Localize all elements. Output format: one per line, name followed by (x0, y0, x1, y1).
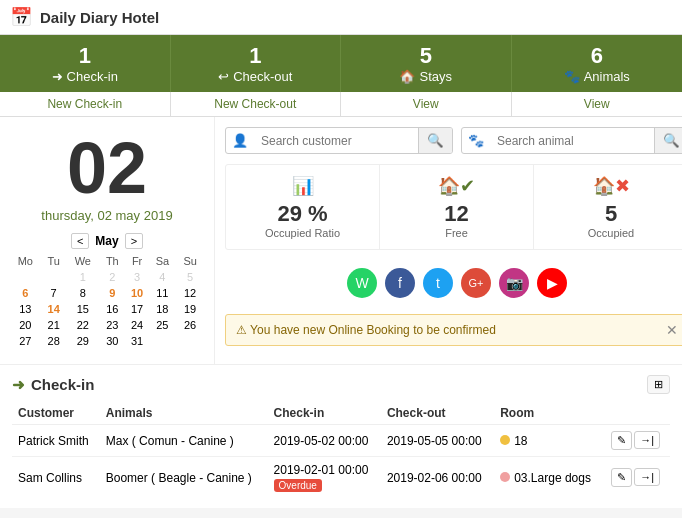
cal-day[interactable]: 3 (126, 269, 149, 285)
calendar-table: MoTuWeThFrSaSu 1234567891011121314151617… (10, 253, 204, 349)
cal-day (149, 333, 177, 349)
cal-day[interactable]: 10 (126, 285, 149, 301)
animal-search-input[interactable] (490, 129, 654, 153)
cal-day[interactable]: 23 (99, 317, 126, 333)
cal-day[interactable]: 18 (149, 301, 177, 317)
animals-count: 6 (591, 43, 603, 69)
checkin-label: ➜ Check-in (52, 69, 118, 84)
twitter-icon[interactable]: t (423, 268, 453, 298)
cal-day[interactable]: 11 (149, 285, 177, 301)
cal-day[interactable]: 31 (126, 333, 149, 349)
cal-day[interactable]: 2 (99, 269, 126, 285)
cal-day (41, 269, 67, 285)
cal-day[interactable]: 12 (176, 285, 204, 301)
cal-day[interactable]: 30 (99, 333, 126, 349)
stat-checkout[interactable]: 1 ↩ Check-out (171, 35, 342, 92)
subnav-new-checkout[interactable]: New Check-out (171, 92, 342, 116)
free-rooms-item: 🏠✔ 12 Free (380, 165, 534, 249)
cal-month-label: May (95, 234, 118, 248)
customer-search-box[interactable]: 👤 🔍 (225, 127, 453, 154)
cal-day[interactable]: 5 (176, 269, 204, 285)
cal-day[interactable]: 21 (41, 317, 67, 333)
customer-person-icon: 👤 (226, 133, 254, 148)
instagram-icon[interactable]: 📷 (499, 268, 529, 298)
stat-stays[interactable]: 5 🏠 Stays (341, 35, 512, 92)
room-color-dot (500, 472, 510, 482)
go-button[interactable]: →| (634, 468, 660, 486)
cal-day[interactable]: 20 (10, 317, 41, 333)
table-row: Patrick SmithMax ( Comun - Canine )2019-… (12, 425, 670, 457)
customer-search-button[interactable]: 🔍 (418, 128, 452, 153)
animal-icon: 🐾 (462, 133, 490, 148)
occupancy-stats-panel: 📊 29 % Occupied Ratio 🏠✔ 12 Free 🏠✖ 5 Oc… (225, 164, 682, 250)
youtube-icon[interactable]: ▶ (537, 268, 567, 298)
cal-day[interactable]: 8 (67, 285, 99, 301)
facebook-icon[interactable]: f (385, 268, 415, 298)
cal-day[interactable]: 29 (67, 333, 99, 349)
cal-header-fr: Fr (126, 253, 149, 269)
cal-day[interactable]: 22 (67, 317, 99, 333)
cal-day[interactable]: 17 (126, 301, 149, 317)
cal-day[interactable]: 16 (99, 301, 126, 317)
cal-header-th: Th (99, 253, 126, 269)
cal-next-button[interactable]: > (125, 233, 143, 249)
customer-search-input[interactable] (254, 129, 418, 153)
table-row: Sam CollinsBoomer ( Beagle - Canine )201… (12, 457, 670, 499)
cal-day[interactable]: 1 (67, 269, 99, 285)
go-button[interactable]: →| (634, 431, 660, 449)
checkin-expand-button[interactable]: ⊞ (647, 375, 670, 394)
cal-day[interactable]: 4 (149, 269, 177, 285)
occupied-rooms-label: Occupied (588, 227, 634, 239)
animal-search-button[interactable]: 🔍 (654, 128, 682, 153)
googleplus-icon[interactable]: G+ (461, 268, 491, 298)
cal-day[interactable]: 6 (10, 285, 41, 301)
cal-day[interactable]: 27 (10, 333, 41, 349)
cal-day[interactable]: 26 (176, 317, 204, 333)
day-label: thursday, 02 may 2019 (10, 208, 204, 223)
checkin-header: ➜ Check-in ⊞ (12, 375, 670, 394)
overdue-badge: Overdue (274, 479, 322, 492)
edit-button[interactable]: ✎ (611, 431, 632, 450)
cal-day[interactable]: 19 (176, 301, 204, 317)
free-rooms-value: 12 (444, 201, 468, 227)
cal-day[interactable]: 7 (41, 285, 67, 301)
col-animals: Animals (100, 402, 268, 425)
alert-text: ⚠ You have new Online Booking to be conf… (236, 323, 496, 337)
cell-animals: Max ( Comun - Canine ) (100, 425, 268, 457)
cal-header-sa: Sa (149, 253, 177, 269)
whatsapp-icon[interactable]: W (347, 268, 377, 298)
cal-day[interactable]: 13 (10, 301, 41, 317)
cal-day[interactable]: 14 (41, 301, 67, 317)
subnav-animals-view[interactable]: View (512, 92, 683, 116)
subnav-stays-view[interactable]: View (341, 92, 512, 116)
stays-house-icon: 🏠 (399, 69, 415, 84)
calendar-section: 02 thursday, 02 may 2019 < May > MoTuWeT… (0, 117, 215, 364)
stat-checkin[interactable]: 1 ➜ Check-in (0, 35, 171, 92)
stat-animals[interactable]: 6 🐾 Animals (512, 35, 683, 92)
bar-chart-icon: 📊 (292, 175, 314, 197)
cal-prev-button[interactable]: < (71, 233, 89, 249)
cell-checkout-date: 2019-02-06 00:00 (381, 457, 494, 499)
search-row: 👤 🔍 🐾 🔍 (225, 127, 682, 154)
animal-search-box[interactable]: 🐾 🔍 (461, 127, 682, 154)
cal-day[interactable]: 15 (67, 301, 99, 317)
occupied-ratio-label: Occupied Ratio (265, 227, 340, 239)
cal-day[interactable]: 25 (149, 317, 177, 333)
edit-button[interactable]: ✎ (611, 468, 632, 487)
col-checkout: Check-out (381, 402, 494, 425)
cal-day[interactable]: 28 (41, 333, 67, 349)
occupied-ratio-item: 📊 29 % Occupied Ratio (226, 165, 380, 249)
cell-room: 18 (494, 425, 603, 457)
cell-room: 03.Large dogs (494, 457, 603, 499)
cal-header-we: We (67, 253, 99, 269)
subnav-new-checkin[interactable]: New Check-in (0, 92, 171, 116)
cal-day[interactable]: 9 (99, 285, 126, 301)
alert-close-button[interactable]: ✕ (666, 322, 678, 338)
mini-calendar: < May > MoTuWeThFrSaSu 12345678910111213… (10, 233, 204, 349)
social-icons-row: W f t G+ 📷 ▶ (225, 260, 682, 306)
cal-week-row: 2728293031 (10, 333, 204, 349)
cal-day[interactable]: 24 (126, 317, 149, 333)
col-room: Room (494, 402, 603, 425)
cal-week-row: 12345 (10, 269, 204, 285)
cal-header-su: Su (176, 253, 204, 269)
